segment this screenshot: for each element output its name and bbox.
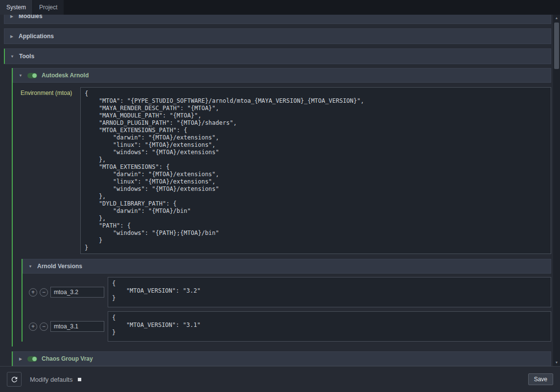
section-title: Arnold Versions <box>37 263 82 270</box>
environment-json-editor[interactable]: { "MTOA": "{PYPE_STUDIO_SOFTWARE}/arnold… <box>80 87 551 254</box>
remove-version-button[interactable] <box>40 323 48 331</box>
tool-group-arnold: Autodesk Arnold Environment (mtoa) { "MT… <box>12 68 551 346</box>
version-name-input[interactable] <box>50 321 104 332</box>
chevron-right-icon <box>18 357 23 361</box>
section-applications-header[interactable]: Applications <box>4 28 551 44</box>
settings-scroll-area: Modules Applications Tools Autode <box>0 15 560 366</box>
tool-title: Chaos Group Vray <box>42 355 93 362</box>
environment-row: Environment (mtoa) { "MTOA": "{PYPE_STUD… <box>15 87 551 254</box>
footer-bar: Modify defaults Save <box>0 366 560 392</box>
modify-defaults-label: Modify defaults <box>30 376 72 383</box>
add-version-button[interactable] <box>29 288 37 297</box>
section-modules: Modules <box>4 15 551 24</box>
section-modules-header[interactable]: Modules <box>4 15 551 24</box>
vertical-scrollbar[interactable] <box>553 15 560 366</box>
chevron-down-icon <box>28 264 33 269</box>
arnold-enabled-toggle[interactable] <box>27 73 37 78</box>
tool-group-vray: Chaos Group Vray <box>12 351 551 366</box>
chevron-right-icon <box>9 15 14 19</box>
arnold-body: Environment (mtoa) { "MTOA": "{PYPE_STUD… <box>13 83 551 346</box>
environment-label: Environment (mtoa) <box>21 87 77 96</box>
section-arnold-versions: Arnold Versions { "MTOA_VERSION": "3.2" … <box>22 259 551 342</box>
section-applications: Applications <box>4 28 551 44</box>
save-button[interactable]: Save <box>528 373 553 385</box>
settings-window: System Project Modules Applications Tool… <box>0 0 560 392</box>
refresh-icon <box>10 375 19 384</box>
scroll-up-icon[interactable] <box>553 15 560 22</box>
add-version-button[interactable] <box>29 323 37 331</box>
arnold-versions-header[interactable]: Arnold Versions <box>23 259 551 274</box>
modify-defaults-checkbox[interactable] <box>78 378 81 381</box>
refresh-button[interactable] <box>7 372 22 387</box>
version-json-editor[interactable]: { "MTOA_VERSION": "3.1" } <box>108 311 551 342</box>
tabbar: System Project <box>0 0 560 15</box>
section-title: Applications <box>19 33 54 40</box>
section-title: Modules <box>19 15 43 20</box>
tool-title: Autodesk Arnold <box>42 72 89 79</box>
section-tools-header[interactable]: Tools <box>4 48 551 64</box>
section-tools: Tools Autodesk Arnold Environment (mtoa)… <box>4 48 551 366</box>
tab-project[interactable]: Project <box>33 0 64 15</box>
chevron-down-icon <box>10 54 15 59</box>
scrollbar-thumb[interactable] <box>554 23 559 69</box>
scroll-down-icon[interactable] <box>553 359 560 366</box>
version-name-input[interactable] <box>50 287 104 298</box>
toggle-knob-icon <box>32 357 37 361</box>
remove-version-button[interactable] <box>40 288 48 297</box>
arnold-header[interactable]: Autodesk Arnold <box>13 68 551 83</box>
version-row: { "MTOA_VERSION": "3.1" } <box>23 311 551 342</box>
chevron-down-icon <box>18 73 23 78</box>
version-json-editor[interactable]: { "MTOA_VERSION": "3.2" } <box>108 277 551 307</box>
vray-header[interactable]: Chaos Group Vray <box>13 351 551 366</box>
vray-enabled-toggle[interactable] <box>27 356 37 362</box>
toggle-knob-icon <box>32 73 37 78</box>
tools-body: Autodesk Arnold Environment (mtoa) { "MT… <box>4 64 551 366</box>
chevron-right-icon <box>9 34 14 39</box>
section-title: Tools <box>19 53 34 60</box>
version-row: { "MTOA_VERSION": "3.2" } <box>23 277 551 307</box>
tab-system[interactable]: System <box>0 0 32 15</box>
